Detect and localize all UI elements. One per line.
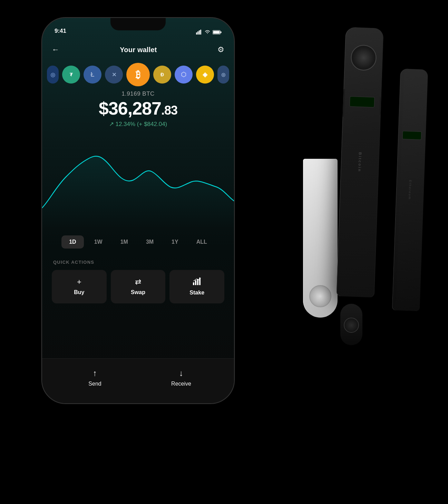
time-filter-3m[interactable]: 3M bbox=[138, 235, 161, 249]
notch bbox=[110, 18, 166, 30]
status-icons bbox=[196, 30, 222, 35]
coin-usdt[interactable]: ₮ bbox=[62, 66, 80, 84]
receive-label: Receive bbox=[171, 381, 191, 387]
ledger-white-button bbox=[309, 285, 331, 307]
bottom-bar: ↑ Send ↓ Receive bbox=[42, 358, 234, 403]
ledger-side-buttons-right bbox=[379, 97, 383, 115]
balance-usd-main: $36,287 bbox=[99, 98, 161, 118]
change-arrow: ↗ bbox=[109, 121, 114, 127]
buy-label: Buy bbox=[74, 289, 84, 295]
send-label: Send bbox=[88, 381, 101, 387]
time-filter-1d[interactable]: 1D bbox=[61, 235, 84, 249]
swap-icon: ⇄ bbox=[135, 278, 141, 287]
phone-screen: 9:41 bbox=[42, 18, 234, 403]
balance-usd: $36,287.83 bbox=[42, 99, 234, 118]
stake-chart-icon bbox=[193, 278, 201, 285]
phone: 9:41 bbox=[41, 17, 235, 404]
coin-bnb[interactable]: ◈ bbox=[196, 66, 214, 84]
coin-eth[interactable]: ⬡ bbox=[175, 66, 193, 84]
receive-icon: ↓ bbox=[179, 368, 183, 378]
battery-icon bbox=[213, 30, 222, 35]
svg-rect-3 bbox=[200, 30, 201, 35]
coin-ltc[interactable]: Ł bbox=[84, 66, 101, 84]
wifi-icon bbox=[204, 30, 211, 35]
svg-rect-7 bbox=[193, 282, 194, 285]
ledger-white bbox=[303, 159, 338, 318]
change-usd: + $842.04 bbox=[139, 121, 165, 127]
balance-crypto: 1.9169 BTC bbox=[42, 90, 234, 97]
balance-section: 1.9169 BTC $36,287.83 ↗ 12.34% (+ $842.0… bbox=[42, 90, 234, 128]
ledger-nano-s-label: Ethereum bbox=[408, 180, 412, 200]
price-chart bbox=[42, 132, 234, 229]
buy-icon: + bbox=[77, 278, 81, 287]
send-icon: ↑ bbox=[93, 368, 97, 378]
stake-button[interactable]: Stake bbox=[169, 270, 224, 303]
coin-btc[interactable]: ₿ bbox=[126, 63, 150, 86]
coin-xrp[interactable]: ✕ bbox=[105, 66, 123, 84]
svg-rect-5 bbox=[221, 31, 222, 33]
time-filter-all[interactable]: ALL bbox=[189, 235, 215, 249]
stake-label: Stake bbox=[189, 290, 204, 296]
quick-actions-label: QUICK ACTIONS bbox=[53, 260, 94, 265]
settings-button[interactable]: ⚙ bbox=[217, 45, 224, 54]
time-filter-1y[interactable]: 1Y bbox=[164, 235, 186, 249]
balance-change: ↗ 12.34% (+ $842.04) bbox=[42, 120, 234, 128]
svg-rect-8 bbox=[195, 280, 196, 285]
coin-partial-right: ◎ bbox=[217, 66, 229, 84]
svg-rect-1 bbox=[197, 31, 198, 35]
time-filter-1w[interactable]: 1W bbox=[87, 235, 110, 249]
quick-actions: + Buy ⇄ Swap bbox=[52, 270, 224, 303]
ledger-nano-x: Bitcoin bbox=[336, 27, 383, 297]
ledger-nano-s-screen bbox=[402, 131, 422, 140]
ledger-nano-x-screen bbox=[350, 96, 375, 107]
swap-button[interactable]: ⇄ Swap bbox=[111, 270, 166, 303]
header: ← Your wallet ⚙ bbox=[42, 39, 234, 61]
swap-label: Swap bbox=[131, 289, 145, 295]
back-button[interactable]: ← bbox=[52, 45, 59, 54]
scene: 9:41 bbox=[0, 0, 448, 504]
svg-rect-6 bbox=[213, 31, 220, 33]
svg-rect-2 bbox=[199, 30, 200, 35]
time-filter-1m[interactable]: 1M bbox=[113, 235, 136, 249]
svg-rect-0 bbox=[196, 32, 197, 35]
coin-partial-left: ◎ bbox=[47, 66, 59, 84]
send-button[interactable]: ↑ Send bbox=[52, 368, 138, 387]
ledger-nano-s: Ethereum bbox=[392, 69, 428, 311]
change-percent: 12.34% bbox=[115, 121, 135, 127]
coin-doge[interactable]: Ð bbox=[153, 66, 171, 84]
receive-button[interactable]: ↓ Receive bbox=[138, 368, 224, 387]
chart-area bbox=[42, 132, 234, 229]
ledger-side-buttons-left bbox=[341, 89, 345, 117]
stake-icon bbox=[193, 278, 201, 287]
ledger-nano-x-label: Bitcoin bbox=[358, 152, 362, 173]
buy-button[interactable]: + Buy bbox=[52, 270, 107, 303]
balance-usd-cents: .83 bbox=[161, 103, 177, 117]
coin-carousel: ◎ ₮ Ł ✕ ₿ Ð ⬡ ◈ ◎ bbox=[42, 62, 234, 87]
signal-icon bbox=[196, 30, 202, 35]
ledger-black-circle bbox=[344, 318, 359, 333]
status-time: 9:41 bbox=[55, 28, 66, 35]
page-title: Your wallet bbox=[120, 46, 157, 54]
time-filters: 1D 1W 1M 3M 1Y ALL bbox=[42, 235, 234, 249]
